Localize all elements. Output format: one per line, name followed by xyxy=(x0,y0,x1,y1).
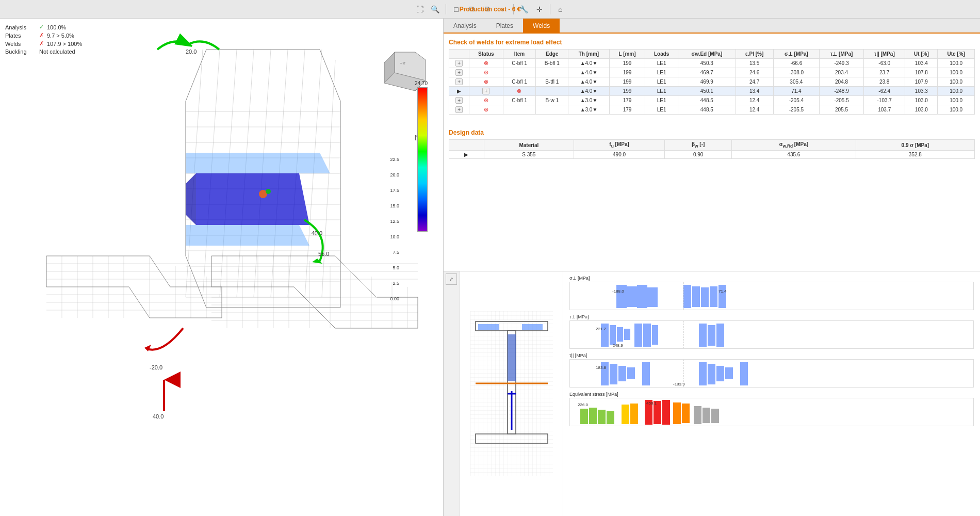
col-expand xyxy=(449,50,469,59)
dd-col-material: Material xyxy=(484,140,574,151)
weld-row-2[interactable]: + ⊗ C-bfl 1 B-tfl 1 ▲4.0▼ 199 LE1 469.9 … xyxy=(449,77,975,87)
svg-rect-126 xyxy=(580,409,588,424)
expand-3b[interactable]: + xyxy=(469,87,503,96)
svg-rect-0 xyxy=(0,19,443,516)
weld-row-1[interactable]: + ⊗ ▲4.0▼ 199 LE1 469.7 24.6 -308.0 203.… xyxy=(449,68,975,77)
tick-5: 10.0 xyxy=(390,234,399,239)
svg-rect-129 xyxy=(607,411,614,424)
design-data-row-0[interactable]: ▶ S 355 490.0 0.90 435.6 352.8 xyxy=(449,151,975,159)
add-icon[interactable]: ✛ xyxy=(533,3,546,15)
separator-3 xyxy=(550,4,550,14)
tick-6: 7.5 xyxy=(390,250,399,255)
scale-ticks: 22.5 20.0 17.5 15.0 12.5 10.0 7.5 5.0 2.… xyxy=(390,157,399,301)
l-5: 179 xyxy=(609,105,645,115)
svg-rect-115 xyxy=(618,366,626,381)
col-tau-perp: τ⊥ [MPa] xyxy=(820,50,864,59)
sw-ed-4: 448.5 xyxy=(678,96,736,105)
edge-5 xyxy=(536,105,568,115)
loads-5: LE1 xyxy=(645,105,678,115)
svg-text:221.2: 221.2 xyxy=(596,327,607,331)
tab-analysis[interactable]: Analysis xyxy=(444,19,486,33)
l-0: 199 xyxy=(609,59,645,68)
expand-all-btn[interactable]: ⤢ xyxy=(446,273,457,285)
col-item: Item xyxy=(503,50,536,59)
tick-2: 17.5 xyxy=(390,188,399,193)
plates-check-icon: ✗ xyxy=(39,32,44,39)
svg-text:20.0: 20.0 xyxy=(186,49,197,55)
tab-welds[interactable]: Welds xyxy=(523,19,560,33)
svg-text:183.8: 183.8 xyxy=(596,365,607,370)
design-data-title: Design data xyxy=(449,129,975,136)
scale-bar xyxy=(417,87,428,232)
svg-rect-120 xyxy=(716,366,724,381)
weld-row-4[interactable]: + ⊗ C-bfl 1 B-w 1 ▲3.0▼ 179 LE1 448.5 12… xyxy=(449,96,975,105)
svg-marker-26 xyxy=(186,153,330,173)
svg-rect-131 xyxy=(630,404,638,424)
sigma-perp-5: -205.5 xyxy=(773,105,820,115)
sigma-perp-svg: 71.4 -188.0 xyxy=(570,282,802,311)
loads-4: LE1 xyxy=(645,96,678,105)
loads-1: LE1 xyxy=(645,68,678,77)
expand-5[interactable]: + xyxy=(449,105,469,115)
welds-label: Welds xyxy=(5,41,36,47)
utc-3: 100.0 xyxy=(938,87,975,96)
analysis-value: 100.0% xyxy=(47,24,66,30)
viewport[interactable]: 20.0 55.0 -40.0 -20.0 xyxy=(0,19,443,516)
weld-row-0[interactable]: + ⊗ C-bfl 1 B-bfl 1 ▲4.0▼ 199 LE1 450.3 … xyxy=(449,59,975,68)
weld-row-5[interactable]: + ⊗ ▲3.0▼ 179 LE1 448.5 12.4 -205.5 205.… xyxy=(449,105,975,115)
item-2: C-bfl 1 xyxy=(503,77,536,87)
svg-rect-128 xyxy=(598,410,606,424)
utc-0: 100.0 xyxy=(938,59,975,68)
expand-2[interactable]: + xyxy=(449,77,469,87)
buckling-label: Buckling xyxy=(5,49,36,55)
tab-plates[interactable]: Plates xyxy=(486,19,523,33)
stress-diagrams-panel: σ⊥ [MPa] xyxy=(563,271,980,516)
sigma-perp-3: 71.4 xyxy=(773,87,820,96)
dd-expand-0: ▶ xyxy=(449,151,484,159)
expand-1[interactable]: + xyxy=(449,68,469,77)
home-icon[interactable]: ⌂ xyxy=(554,3,567,15)
svg-text:71.4: 71.4 xyxy=(718,289,727,294)
production-cost: Production cost - 6 € xyxy=(460,6,521,13)
svg-rect-135 xyxy=(673,402,681,424)
status-4: ⊗ xyxy=(469,96,503,105)
toolbar: ⛶ 🔍 □ ⧉ ⧉ ▪ 🔧 ✛ ⌂ Production cost - 6 € xyxy=(0,0,980,19)
col-th: Th [mm] xyxy=(568,50,610,59)
tau-par-title: τ|| [MPa] xyxy=(569,353,974,358)
analysis-check-icon: ✓ xyxy=(39,24,44,30)
zoom-icon[interactable]: 🔍 xyxy=(429,3,442,15)
design-data-section: Design data Material fu [MPa] βw [-] σw.… xyxy=(449,129,975,159)
tau-perp-2: 204.8 xyxy=(820,77,864,87)
svg-rect-121 xyxy=(725,367,733,379)
plates-label: Plates xyxy=(5,33,36,39)
col-e-pl: ε.Pl [%] xyxy=(736,50,773,59)
production-cost-value: - 6 € xyxy=(508,6,520,13)
svg-text:-40.0: -40.0 xyxy=(309,230,322,236)
ut-2: 107.9 xyxy=(905,77,938,87)
status-1: ⊗ xyxy=(469,68,503,77)
tau-par-4: -103.7 xyxy=(863,96,905,105)
dd-sw-rd-0: 435.6 xyxy=(732,151,856,159)
col-utc: Utc [%] xyxy=(938,50,975,59)
svg-rect-106 xyxy=(652,325,658,345)
tau-perp-4: -205.5 xyxy=(820,96,864,105)
expand-4[interactable]: + xyxy=(449,96,469,105)
design-data-table: Material fu [MPa] βw [-] σw.Rd [MPa] 0.9… xyxy=(449,139,975,159)
status-analysis: Analysis ✓ 100.0% xyxy=(5,24,82,30)
edge-4: B-w 1 xyxy=(536,96,568,105)
weld-row-3[interactable]: ▶ + ⊗ ▲4.0▼ 199 LE1 450.1 13.4 71.4 -248… xyxy=(449,87,975,96)
item-0: C-bfl 1 xyxy=(503,59,536,68)
th-4: ▲3.0▼ xyxy=(568,96,610,105)
tick-7: 5.0 xyxy=(390,265,399,270)
tau-par-chart: τ|| [MPa] xyxy=(569,353,974,388)
status-welds: Welds ✗ 107.9 > 100% xyxy=(5,40,82,47)
col-loads: Loads xyxy=(645,50,678,59)
sw-ed-3: 450.1 xyxy=(678,87,736,96)
fullscreen-icon[interactable]: ⛶ xyxy=(414,3,426,15)
tau-perp-1: 203.4 xyxy=(820,68,864,77)
svg-marker-24 xyxy=(196,173,309,225)
l-3: 199 xyxy=(609,87,645,96)
svg-rect-89 xyxy=(692,286,700,307)
dd-col-sw-rd: σw.Rd [MPa] xyxy=(732,140,856,151)
expand-0[interactable]: + xyxy=(449,59,469,68)
